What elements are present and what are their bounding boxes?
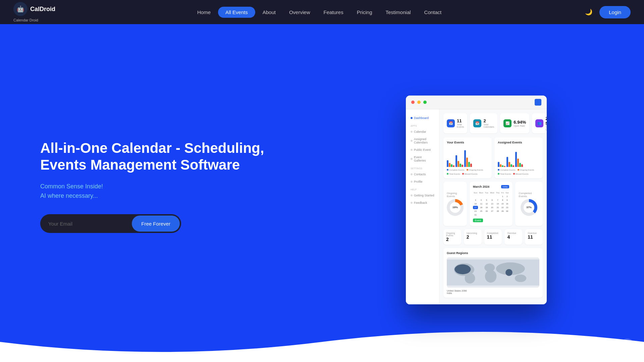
sidebar-item-calendar[interactable]: Calendar	[409, 128, 436, 135]
stat-card-open-rate: 📈 6.94% Open Rate	[500, 113, 529, 133]
cal-day[interactable]: 29	[500, 209, 504, 213]
mini-label-overdue2: Overdue	[528, 232, 540, 234]
cal-day[interactable]: 14	[495, 202, 500, 205]
stat-info-calendars: 2 Total Calendars	[483, 118, 494, 128]
cal-day[interactable]	[484, 195, 489, 198]
nav-item-about[interactable]: About	[257, 7, 282, 18]
cal-day[interactable]	[473, 195, 478, 198]
cal-day[interactable]: 22	[500, 206, 504, 209]
app-window: Dashboard Apps Calendar Assigned Calenda…	[406, 96, 547, 304]
cal-day[interactable]: 25	[478, 209, 484, 213]
world-map	[447, 257, 539, 288]
sidebar-dot-assigned	[411, 140, 413, 142]
cal-today[interactable]: 17	[473, 206, 478, 209]
cal-day[interactable]: 30	[505, 209, 509, 213]
cal-day[interactable]: 18	[478, 206, 484, 209]
sidebar-item-public-event[interactable]: Public Event	[409, 146, 436, 153]
cal-day[interactable]: 23	[505, 206, 509, 209]
hero-subtitle: Common Sense Inside! AI where necessary.…	[40, 182, 302, 201]
sidebar-item-contacts[interactable]: Contacts	[409, 171, 436, 178]
cal-day[interactable]	[489, 195, 495, 198]
your-events-legend: Complete Events Ongoing Events Total Eve…	[447, 169, 488, 175]
ongoing-events-label: Ongoing Events	[447, 192, 464, 198]
cal-day[interactable]: 2	[505, 195, 509, 198]
ongoing-donut-percent: 19%	[450, 202, 461, 213]
cal-header-fri: Fri	[500, 191, 504, 194]
stat-icon-open-rate: 📈	[503, 119, 512, 127]
calendar-grid: Sun Mon Tue Wed Thu Fri Sat	[473, 191, 509, 217]
stat-num-open-rate: 6.94%	[514, 120, 526, 125]
dashboard: Dashboard Apps Calendar Assigned Calenda…	[406, 109, 547, 304]
sidebar-label-galleries: Event Galleries	[414, 156, 434, 162]
nav-item-pricing[interactable]: Pricing	[351, 7, 378, 18]
hero-subtitle-line2: AI where necessary...	[40, 192, 98, 199]
stat-label-calendars: Total Calendars	[483, 123, 494, 128]
stat-icon-calendars: 📆	[473, 119, 481, 127]
cal-day[interactable]: 27	[489, 209, 495, 213]
stats-row: 📅 11 Total Events 📆 2 Total Calendars	[443, 113, 543, 133]
cal-day[interactable]: 12	[484, 202, 489, 205]
hero-title: All-in-One Calendar - Scheduling, Events…	[40, 140, 302, 174]
scroll-to-top-button[interactable]: ↑	[621, 339, 634, 352]
cal-day[interactable]: 15	[500, 202, 504, 205]
sidebar-item-dashboard[interactable]: Dashboard	[409, 115, 436, 121]
cal-day[interactable]: 9	[505, 198, 509, 202]
hero-form: Free Forever	[40, 214, 181, 233]
sidebar-item-feedback[interactable]: Feedback	[409, 199, 436, 206]
navbar-right: 🌙 Login	[583, 6, 631, 18]
cal-day[interactable]: 16	[505, 202, 509, 205]
cal-day[interactable]	[478, 195, 484, 198]
sidebar-item-event-galleries[interactable]: Event Galleries	[409, 154, 436, 164]
cal-day[interactable]: 10	[473, 202, 478, 205]
bottom-row: Ongoing Events 19% March 2024 today	[443, 182, 543, 226]
cal-day[interactable]: 13	[489, 202, 495, 205]
free-forever-button[interactable]: Free Forever	[132, 216, 180, 232]
chart-your-events: Your Events	[443, 137, 492, 178]
mini-num-completed: 11	[487, 234, 499, 240]
cal-header-sat: Sat	[505, 191, 509, 194]
nav-item-overview[interactable]: Overview	[283, 7, 316, 18]
email-input[interactable]	[40, 214, 130, 233]
sidebar-label-contacts: Contacts	[414, 173, 426, 176]
sidebar-item-assigned-calendars[interactable]: Assigned Calendars	[409, 136, 436, 146]
nav-item-all-events[interactable]: All Events	[218, 7, 255, 18]
cal-day[interactable]: 5	[484, 198, 489, 202]
map-title: Guest Regions	[447, 251, 539, 255]
cal-day[interactable]: 19	[484, 206, 489, 209]
cal-day[interactable]: 20	[489, 206, 495, 209]
cal-day[interactable]: 21	[495, 206, 500, 209]
chart-assigned-events-title: Assigned Events	[498, 141, 539, 144]
sidebar-section-settings: Settings	[409, 165, 436, 171]
cal-day[interactable]: 3	[473, 198, 478, 202]
mini-stats-row: Ongoing Events 2 Upcoming 2 Completed 11	[443, 229, 543, 245]
hero-content: All-in-One Calendar - Scheduling, Events…	[0, 140, 322, 266]
cal-day[interactable]: 6	[489, 198, 495, 202]
cal-day[interactable]: 4	[478, 198, 484, 202]
sidebar-label-public: Public Event	[414, 148, 431, 152]
nav-item-contact[interactable]: Contact	[418, 7, 448, 18]
nav-item-features[interactable]: Features	[317, 7, 349, 18]
window-maximize-dot	[423, 101, 427, 104]
sidebar-item-getting-started[interactable]: Getting Started	[409, 192, 436, 199]
cal-day[interactable]: 28	[495, 209, 500, 213]
nav-item-testimonial[interactable]: Testimonial	[380, 7, 417, 18]
cal-day[interactable]: 1	[500, 195, 504, 198]
login-button[interactable]: Login	[599, 6, 631, 18]
sidebar-item-profile[interactable]: Profile	[409, 178, 436, 185]
cal-day[interactable]: 11	[478, 202, 484, 205]
hero-subtitle-line1: Common Sense Inside!	[40, 183, 103, 190]
cal-day[interactable]: 7	[495, 198, 500, 202]
cal-day[interactable]: 8	[500, 198, 504, 202]
stat-card-total-events: 📅 11 Total Events	[443, 113, 467, 133]
stat-info-open-rate: 6.94% Open Rate	[514, 120, 526, 127]
cal-day[interactable]: 31	[473, 213, 478, 217]
dark-mode-toggle[interactable]: 🌙	[583, 7, 594, 17]
dashboard-sidebar: Dashboard Apps Calendar Assigned Calenda…	[406, 109, 439, 304]
cal-day[interactable]: 26	[484, 209, 489, 213]
svg-point-4	[465, 273, 475, 283]
cal-day[interactable]	[495, 195, 500, 198]
cal-day[interactable]: 24	[473, 209, 478, 213]
sidebar-section-apps: Apps	[409, 122, 436, 128]
nav-item-home[interactable]: Home	[191, 7, 217, 18]
brand: 🤖 CalDroid Calendar Droid	[13, 2, 55, 22]
